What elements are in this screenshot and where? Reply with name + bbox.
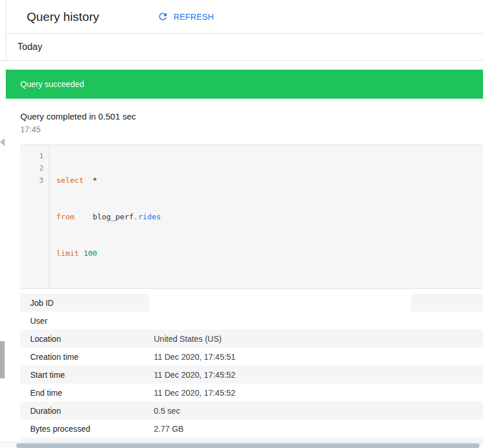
query-details-panel: Query completed in 0.501 sec 17:45 1 2 3… [6,99,483,448]
detail-row-location: Location United States (US) [20,330,483,348]
panel-divider-line [6,0,6,61]
refresh-button[interactable]: REFRESH [157,11,214,22]
collapse-panel-icon[interactable] [0,138,5,146]
page-title: Query history [6,10,99,24]
query-history-header: Query history REFRESH [6,0,483,34]
detail-row-job-id: Job ID [20,294,483,312]
refresh-label: REFRESH [174,12,214,21]
detail-row-start-time: Start time 11 Dec 2020, 17:45:52 [20,366,483,384]
status-banner[interactable]: Query succeeded [6,70,483,99]
status-banner-label: Query succeeded [20,80,84,89]
line-number: 2 [20,162,44,174]
redacted-job-id-value [150,294,411,312]
detail-row-creation-time: Creation time 11 Dec 2020, 17:45:51 [20,348,483,366]
line-number: 1 [20,150,44,162]
sql-code-block: 1 2 3 select * from blog_perf.rides limi… [20,144,483,289]
section-header-today: Today [0,34,483,61]
detail-row-bytes-processed: Bytes processed 2.77 GB [20,420,483,438]
refresh-icon [157,11,168,22]
horizontal-scrollbar-track[interactable] [0,442,483,448]
line-number: 3 [20,174,44,186]
left-scrollbar-thumb[interactable] [0,341,5,378]
job-details-table: Job ID User Location United States (US) … [20,294,483,448]
detail-row-duration: Duration 0.5 sec [20,402,483,420]
sql-code: select * from blog_perf.rides limit 100 [49,145,161,288]
code-line: from blog_perf.rides [56,211,161,223]
section-label: Today [17,42,42,52]
detail-row-user: User [20,312,483,330]
code-line: limit 100 [56,247,161,259]
query-completed-text: Query completed in 0.501 sec [20,111,483,121]
query-time: 17:45 [20,125,483,134]
code-line-numbers: 1 2 3 [20,145,49,288]
code-line: select * [56,174,161,186]
detail-row-end-time: End time 11 Dec 2020, 17:45:52 [20,384,483,402]
horizontal-scrollbar-thumb[interactable] [16,443,480,448]
